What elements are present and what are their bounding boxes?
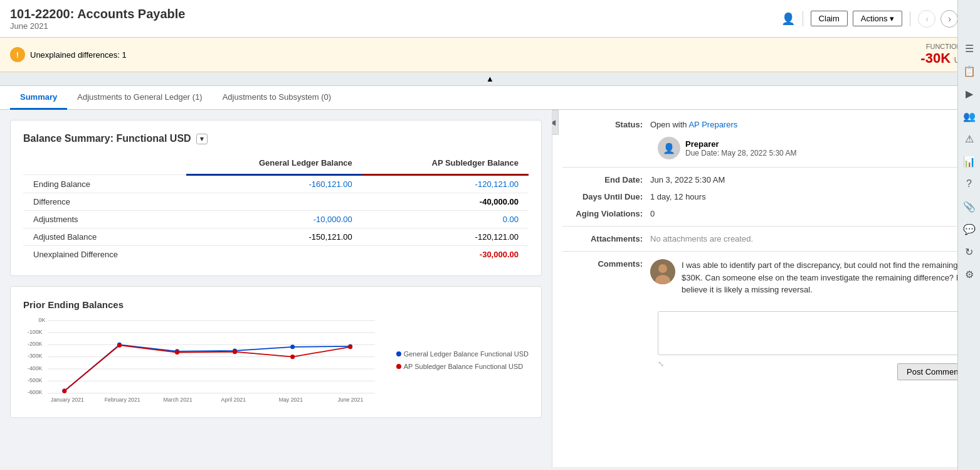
svg-point-21 bbox=[117, 343, 122, 348]
warning-message: Unexplained differences: 1 bbox=[30, 50, 127, 60]
collapse-bar[interactable]: ▲ bbox=[0, 72, 980, 86]
status-link[interactable]: AP Preparers bbox=[688, 120, 737, 129]
svg-point-23 bbox=[233, 350, 237, 354]
chart-container: 0K -100K -200K -300K -400K -500K -600K bbox=[23, 315, 386, 405]
legend-ap: AP Subledger Balance Functional USD bbox=[396, 363, 529, 370]
svg-text:-200K: -200K bbox=[28, 341, 43, 347]
balance-summary-title: Balance Summary: Functional USD ▾ bbox=[23, 133, 529, 144]
tab-gl[interactable]: Adjustments to General Ledger (1) bbox=[67, 86, 212, 110]
table-row: Adjustments -10,000.00 0.00 bbox=[23, 211, 529, 228]
warning-icon: ! bbox=[10, 47, 25, 62]
aging-row: Aging Violations: 0 bbox=[562, 209, 970, 218]
end-date-row: End Date: Jun 3, 2022 5:30 AM bbox=[562, 175, 970, 184]
sidebar-list-icon[interactable]: ☰ bbox=[959, 38, 980, 59]
svg-text:February 2021: February 2021 bbox=[105, 397, 140, 403]
col-gl-header: General Ledger Balance bbox=[186, 154, 362, 175]
preparer-row: 👤 Preparer Due Date: May 28, 2022 5:30 A… bbox=[658, 137, 970, 159]
row-gl-value: -160,121.00 bbox=[186, 175, 362, 193]
header-actions: 👤 Claim Actions ▾ ‹ › × bbox=[781, 10, 970, 28]
actions-label: Actions bbox=[861, 14, 888, 23]
days-until-label: Days Until Due: bbox=[562, 192, 650, 201]
preparer-label: Preparer bbox=[685, 139, 796, 149]
tab-subsystem[interactable]: Adjustments to Subsystem (0) bbox=[213, 86, 341, 110]
col-label-header bbox=[23, 154, 186, 175]
comment-input-area: ⤡ Post Comment bbox=[658, 311, 970, 380]
chart-area: 0K -100K -200K -300K -400K -500K -600K bbox=[23, 315, 529, 405]
svg-text:January 2021: January 2021 bbox=[51, 397, 84, 403]
preparer-avatar-row: 👤 Preparer Due Date: May 28, 2022 5:30 A… bbox=[658, 137, 796, 159]
tab-summary[interactable]: Summary bbox=[10, 86, 67, 110]
comment-text: I was able to identify part of the discr… bbox=[682, 259, 970, 296]
svg-text:-300K: -300K bbox=[28, 353, 43, 359]
svg-text:June 2021: June 2021 bbox=[337, 397, 363, 403]
legend-gl: General Ledger Balance Functional USD bbox=[396, 350, 529, 358]
warning-left: ! Unexplained differences: 1 bbox=[10, 47, 127, 62]
account-code: 101-22200: bbox=[10, 7, 74, 21]
svg-text:May 2021: May 2021 bbox=[279, 397, 303, 403]
days-until-value: 1 day, 12 hours bbox=[650, 192, 706, 201]
svg-point-33 bbox=[658, 264, 667, 273]
sidebar-doc-icon[interactable]: 📋 bbox=[959, 60, 980, 82]
header-title: 101-22200: Accounts Payable June 2021 bbox=[10, 7, 185, 31]
sidebar-data-icon[interactable]: 📊 bbox=[959, 151, 980, 172]
row-gl-value: -10,000.00 bbox=[186, 211, 362, 228]
chart-svg: 0K -100K -200K -300K -400K -500K -600K bbox=[23, 315, 386, 403]
period-label: June 2021 bbox=[10, 21, 185, 31]
table-row: Ending Balance -160,121.00 -120,121.00 bbox=[23, 175, 529, 193]
right-panel-collapse-btn[interactable]: ◀ bbox=[552, 110, 559, 135]
nav-next-button[interactable]: › bbox=[940, 10, 958, 28]
right-panel: ◀ Status: Open with AP Preparers 👤 Prepa… bbox=[552, 110, 980, 467]
sidebar-warning-icon[interactable]: ⚠ bbox=[959, 128, 980, 149]
row-ap-value: 0.00 bbox=[362, 211, 529, 228]
user-icon: 👤 bbox=[781, 12, 795, 26]
account-title: 101-22200: Accounts Payable bbox=[10, 7, 185, 21]
sidebar-settings-icon[interactable]: ⚙ bbox=[959, 264, 980, 285]
left-panel: Balance Summary: Functional USD ▾ Genera… bbox=[0, 110, 552, 467]
end-date-label: End Date: bbox=[562, 175, 650, 184]
row-label: Adjusted Balance bbox=[23, 228, 186, 246]
row-ap-value: -40,000.00 bbox=[362, 193, 529, 211]
resize-handle-icon: ⤡ bbox=[658, 360, 664, 380]
aging-label: Aging Violations: bbox=[562, 209, 650, 218]
col-ap-header: AP Subledger Balance bbox=[362, 154, 529, 175]
sidebar-paperclip-icon[interactable]: 📎 bbox=[959, 196, 980, 217]
separator1 bbox=[562, 167, 970, 168]
divider bbox=[803, 11, 803, 26]
claim-button[interactable]: Claim bbox=[811, 11, 848, 26]
nav-prev-button[interactable]: ‹ bbox=[918, 10, 935, 28]
status-value: Open with AP Preparers bbox=[650, 120, 737, 129]
separator3 bbox=[562, 251, 970, 252]
balance-table: General Ledger Balance AP Subledger Bala… bbox=[23, 154, 529, 263]
tabs-bar: Summary Adjustments to General Ledger (1… bbox=[0, 86, 980, 110]
chart-title: Prior Ending Balances bbox=[23, 299, 529, 310]
comments-label: Comments: bbox=[562, 259, 650, 269]
sidebar-user-cog-icon[interactable]: 👥 bbox=[959, 105, 980, 127]
days-until-row: Days Until Due: 1 day, 12 hours bbox=[562, 192, 970, 201]
row-ap-value: -120,121.00 bbox=[362, 175, 529, 193]
svg-text:April 2021: April 2021 bbox=[221, 397, 246, 403]
sidebar-icons: ☰ 📋 ▶ 👥 ⚠ 📊 ? 📎 💬 ↻ ⚙ bbox=[957, 0, 980, 467]
preparer-avatar: 👤 bbox=[658, 137, 680, 159]
sidebar-play-icon[interactable]: ▶ bbox=[959, 83, 980, 104]
attachments-label: Attachments: bbox=[562, 234, 650, 243]
chart-card: Prior Ending Balances 0K -100K -200K -30… bbox=[10, 286, 542, 418]
status-row: Status: Open with AP Preparers bbox=[562, 120, 970, 129]
comment-textarea[interactable] bbox=[658, 311, 970, 355]
row-label: Unexplained Difference bbox=[23, 246, 186, 264]
attachments-value: No attachments are created. bbox=[650, 234, 753, 243]
balance-dropdown-icon[interactable]: ▾ bbox=[196, 134, 208, 144]
collapse-icon: ▲ bbox=[486, 74, 494, 83]
sidebar-refresh-icon[interactable]: ↻ bbox=[959, 241, 980, 262]
sidebar-chat-icon[interactable]: 💬 bbox=[959, 218, 980, 240]
divider2 bbox=[910, 11, 910, 26]
separator2 bbox=[562, 226, 970, 227]
svg-point-18 bbox=[290, 344, 295, 349]
actions-button[interactable]: Actions ▾ bbox=[853, 11, 903, 26]
attachments-row: Attachments: No attachments are created. bbox=[562, 234, 970, 243]
sidebar-question-icon[interactable]: ? bbox=[959, 173, 980, 195]
row-label: Difference bbox=[23, 193, 186, 211]
row-gl-value: -150,121.00 bbox=[186, 228, 362, 246]
preparer-details: Preparer Due Date: May 28, 2022 5:30 AM bbox=[685, 139, 796, 158]
svg-text:March 2021: March 2021 bbox=[164, 397, 192, 403]
preparer-due-date: Due Date: May 28, 2022 5:30 AM bbox=[685, 149, 796, 158]
